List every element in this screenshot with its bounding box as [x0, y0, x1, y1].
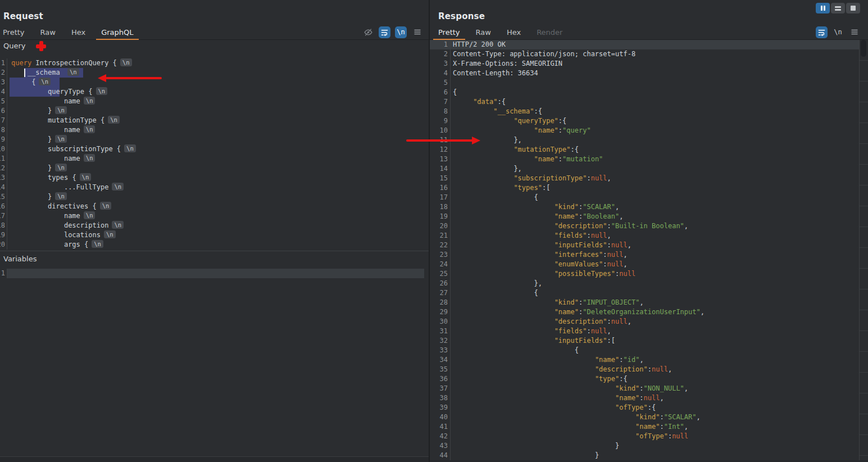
tab-hex[interactable]: Hex [71, 25, 85, 39]
code-text[interactable]: "inputFields":[ [451, 336, 859, 346]
code-text[interactable]: types {\n [7, 173, 429, 183]
code-text[interactable]: }, [451, 164, 859, 174]
code-text[interactable]: subscriptionType {\n [7, 144, 429, 154]
query-editor[interactable]: 1query IntrospectionQuery {\n2 __schema … [0, 58, 429, 251]
code-line: 11 name\n [0, 154, 429, 164]
code-text[interactable]: "queryType":{ [451, 116, 859, 126]
scrollbar-thumb[interactable] [861, 40, 866, 57]
code-text[interactable]: "description":null, [451, 365, 859, 374]
code-text[interactable]: "subscriptionType":null, [451, 174, 859, 183]
code-text[interactable]: name\n [7, 125, 429, 135]
code-text[interactable]: }\n [7, 135, 429, 144]
code-text[interactable]: Content-Length: 36634 [451, 69, 859, 78]
request-bottom-scroll-strip[interactable] [0, 456, 429, 462]
code-text[interactable]: query IntrospectionQuery {\n [7, 58, 429, 68]
code-text[interactable]: "name":"DeleteOrganizationUserInput", [451, 307, 859, 317]
code-text[interactable]: "inputFields":null, [451, 241, 859, 250]
code-text[interactable] [451, 78, 859, 88]
code-text[interactable]: "fields":null, [451, 231, 859, 241]
word-wrap-icon[interactable] [816, 26, 828, 38]
code-text[interactable]: name\n [7, 97, 429, 106]
code-text[interactable]: HTTP/2 200 OK [451, 40, 859, 49]
code-text[interactable]: "kind":"INPUT_OBJECT", [451, 298, 859, 307]
response-toolbar: \n [816, 25, 860, 39]
code-text[interactable]: "name":"Int", [451, 422, 859, 432]
code-text[interactable]: "description":"Built-in Boolean", [451, 221, 859, 231]
newline-icon[interactable]: \n [395, 26, 407, 38]
tab-pretty[interactable]: Pretty [438, 25, 460, 39]
code-text[interactable]: "interfaces":null, [451, 250, 859, 260]
code-text[interactable]: name\n [7, 154, 429, 164]
code-text[interactable]: mutationType {\n [7, 116, 429, 125]
code-text[interactable]: { [451, 346, 859, 355]
response-editor[interactable]: 1HTTP/2 200 OK2Content-Type: application… [430, 40, 859, 460]
code-text[interactable]: }\n [7, 192, 429, 202]
code-text[interactable]: } [451, 441, 859, 451]
code-text[interactable]: "ofType":null [451, 432, 859, 441]
rows-button[interactable] [831, 3, 845, 13]
newline-icon[interactable]: \n [832, 26, 844, 38]
code-text[interactable]: "name":"id", [451, 355, 859, 365]
code-text[interactable] [7, 269, 424, 278]
code-text[interactable]: __schema \n [7, 68, 429, 78]
code-text[interactable]: "enumValues":null, [451, 260, 859, 269]
code-text[interactable]: "description":null, [451, 317, 859, 327]
code-text[interactable]: "fields":null, [451, 327, 859, 336]
line-number: 4 [0, 87, 7, 97]
code-text[interactable]: }, [451, 279, 859, 288]
code-text[interactable]: "data":{ [451, 97, 859, 107]
code-text[interactable]: { [451, 288, 859, 298]
code-text[interactable]: }\n [7, 106, 429, 116]
code-text[interactable]: locations\n [7, 230, 429, 240]
menu-icon[interactable] [848, 26, 860, 38]
code-text[interactable]: args {\n [7, 240, 429, 250]
tab-raw[interactable]: Raw [40, 25, 56, 39]
code-line: 10 "name":"query" [430, 126, 859, 135]
code-text[interactable]: ...FullType\n [7, 183, 429, 192]
code-text[interactable]: "types":[ [451, 183, 859, 193]
code-text[interactable]: X-Frame-Options: SAMEORIGIN [451, 59, 859, 69]
token-str: "INPUT_OBJECT" [583, 298, 639, 306]
line-number: 19 [0, 230, 7, 240]
tab-pretty[interactable]: Pretty [3, 25, 25, 39]
token-str: "Built-in Boolean" [611, 222, 684, 230]
code-text[interactable]: } [451, 451, 859, 460]
code-text[interactable]: "mutationType":{ [451, 145, 859, 155]
code-text[interactable]: "name":"mutation" [451, 155, 859, 164]
code-text[interactable]: "type":{ [451, 374, 859, 384]
newline-badge: \n [84, 211, 96, 219]
variables-editor[interactable]: 1 [0, 269, 429, 457]
line-number: 19 [430, 212, 451, 221]
code-text[interactable]: Content-Type: application/json; charset=… [451, 49, 859, 59]
code-text[interactable]: "name":"query" [451, 126, 859, 135]
code-text[interactable]: "name":"Boolean", [451, 212, 859, 221]
tab-graphql[interactable]: GraphQL [101, 25, 133, 39]
code-text[interactable]: "kind":"NON_NULL", [451, 384, 859, 393]
code-text[interactable]: "kind":"SCALAR", [451, 413, 859, 422]
token-pl: , [607, 327, 611, 335]
code-text[interactable]: name\n [7, 211, 429, 221]
token-pl: , [697, 413, 701, 421]
stop-button[interactable] [846, 3, 860, 13]
code-text[interactable]: }\n [7, 164, 429, 173]
code-text[interactable]: "name":null, [451, 393, 859, 403]
code-text[interactable]: {\n [7, 78, 429, 87]
response-scrollbar[interactable] [859, 40, 868, 462]
code-text[interactable]: }, [451, 135, 859, 145]
tab-hex[interactable]: Hex [507, 25, 521, 39]
word-wrap-icon[interactable] [379, 26, 390, 38]
pause-button[interactable] [816, 3, 830, 13]
menu-icon[interactable] [411, 26, 423, 38]
code-text[interactable]: "__schema":{ [451, 107, 859, 116]
tab-raw[interactable]: Raw [476, 25, 491, 39]
code-text[interactable]: "kind":"SCALAR", [451, 202, 859, 212]
code-text[interactable]: { [451, 88, 859, 97]
code-text[interactable]: "possibleTypes":null [451, 269, 859, 279]
code-text[interactable]: "ofType":{ [451, 403, 859, 413]
code-text[interactable]: queryType {\n [7, 87, 429, 97]
eye-off-icon[interactable] [362, 26, 374, 38]
token-pl: :{ [558, 117, 566, 125]
code-text[interactable]: { [451, 193, 859, 202]
code-text[interactable]: description\n [7, 221, 429, 230]
code-text[interactable]: directives {\n [7, 202, 429, 211]
